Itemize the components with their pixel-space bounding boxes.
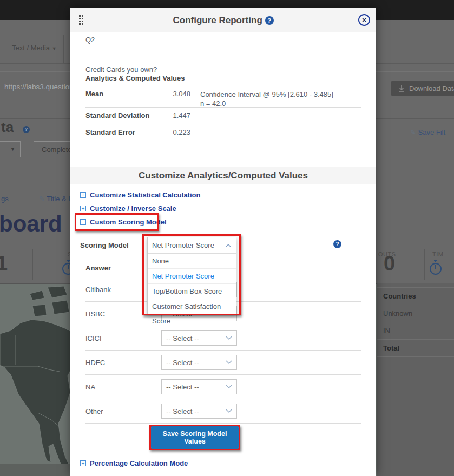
section-percentage-calculation-mode[interactable]: + Percentage Calculation Mode (80, 459, 188, 467)
countries-row: Unknown (377, 305, 454, 322)
question-text: Credit Cards you own? (85, 65, 157, 74)
score-select-hdfc[interactable]: -- Select -- (161, 355, 237, 370)
answer-label: HDFC (85, 359, 161, 367)
dashboard-title: board (0, 211, 62, 237)
time-tile-label: TIM (432, 251, 443, 257)
select-placeholder: -- Select -- (166, 334, 226, 342)
score-select-na[interactable]: -- Select -- (161, 379, 237, 394)
section-label: Percentage Calculation Mode (90, 459, 188, 467)
section-inverse-scale[interactable]: + Customize / Inverse Scale (80, 204, 176, 213)
drag-handle-icon[interactable] (79, 15, 83, 25)
divider (19, 186, 19, 207)
modal-title-text: Configure Reporting (173, 15, 262, 25)
score-select-icici[interactable]: -- Select -- (161, 330, 237, 346)
highlight-save-button: Save Scoring Model Values (149, 425, 240, 450)
countries-total-row: Total (377, 339, 454, 357)
tab-title-logo[interactable]: ✎ Title & L (39, 195, 73, 203)
sample-size: n = 42.0 (200, 99, 333, 108)
analytics-heading: Analytics & Computed Values (85, 74, 185, 82)
table-row: HDFC -- Select -- (85, 350, 361, 374)
chevron-down-icon (226, 409, 232, 413)
table-row: Mean 3.048 Confidence Interval @ 95% [2.… (85, 84, 361, 108)
stat-note: Confidence Interval @ 95% [2.610 - 3.485… (200, 90, 333, 108)
selected-option-text: Net Promoter Score (152, 241, 225, 249)
stopwatch-icon (429, 259, 443, 276)
collapse-icon: − (80, 219, 86, 225)
customize-section-heading: Customize Analytics/Computed Values (70, 167, 376, 184)
chevron-up-icon (225, 243, 232, 248)
text-media-menu[interactable]: Text / Media ▼ (12, 44, 57, 52)
stat-value: 3.048 (167, 90, 190, 98)
section-statistical-calculation[interactable]: + Customize Statistical Calculation (80, 191, 200, 199)
chevron-down-icon (226, 336, 232, 340)
scoring-model-dropdown[interactable]: Net Promoter Score None Net Promoter Sco… (147, 237, 236, 314)
viewed-count-value: 1 (0, 252, 8, 275)
table-row: NA -- Select -- (85, 374, 361, 399)
configure-reporting-modal: Configure Reporting ? × Q2 Credit Cards … (70, 8, 376, 476)
scoring-model-label: Scoring Model (80, 241, 129, 249)
help-icon[interactable]: ? (333, 240, 341, 248)
table-row: ICICI -- Select -- (85, 326, 361, 350)
table-row: Other -- Select -- (85, 399, 361, 423)
stat-label: Standard Deviation (85, 108, 167, 124)
caret-down-icon: ▼ (10, 147, 15, 152)
save-scoring-model-button[interactable]: Save Scoring Model Values (151, 426, 239, 449)
expand-icon: + (80, 192, 86, 198)
divider (70, 474, 376, 474)
map-footer-strip (0, 464, 70, 476)
download-data-label: Download Data (409, 84, 454, 92)
modal-title: Configure Reporting ? (70, 8, 376, 32)
section-label: Customize / Inverse Scale (90, 204, 176, 213)
table-row: Standard Error 0.223 (85, 124, 361, 141)
dropdown-option-net-promoter-score[interactable]: Net Promoter Score (148, 269, 236, 284)
dropdown-option-top-bottom-box-score[interactable]: Top/Bottom Box Score (148, 284, 236, 299)
tab-title-logo-label: Title & L (47, 195, 72, 203)
select-placeholder: -- Select -- (166, 407, 226, 415)
view-dropdown[interactable]: ▼ (0, 141, 21, 157)
pencil-icon: ✎ (39, 195, 45, 203)
dropouts-count-value: 0 (384, 252, 395, 275)
data-page-title: ta (1, 119, 14, 136)
score-select-other[interactable]: -- Select -- (161, 404, 237, 419)
close-icon[interactable]: × (358, 14, 370, 26)
section-label: Custom Scoring Model (90, 218, 167, 226)
stat-value: 0.223 (167, 124, 190, 141)
pencil-icon: ✎ (410, 128, 416, 136)
help-icon[interactable]: ? (265, 16, 274, 25)
caret-down-icon: ▼ (52, 46, 57, 51)
tab-settings[interactable]: gs (1, 195, 9, 203)
divider (424, 249, 425, 280)
confidence-interval: Confidence Interval @ 95% [2.610 - 3.485… (200, 90, 333, 99)
chevron-down-icon (226, 360, 232, 365)
modal-header: Configure Reporting ? × (70, 8, 376, 32)
help-icon[interactable]: ? (23, 126, 30, 133)
section-custom-scoring-model[interactable]: − Custom Scoring Model (80, 218, 167, 226)
dropdown-option-customer-satisfaction-score[interactable]: Customer Satisfaction Score (148, 299, 236, 314)
download-icon (398, 85, 405, 92)
analytics-table: Mean 3.048 Confidence Interval @ 95% [2.… (85, 84, 361, 141)
chevron-down-icon (226, 385, 232, 389)
download-data-button[interactable]: Download Data (391, 81, 454, 96)
select-placeholder: -- Select -- (166, 383, 226, 391)
expand-icon: + (80, 460, 86, 466)
text-media-label: Text / Media (12, 44, 50, 52)
answer-label: Other (85, 407, 161, 415)
save-filter-link[interactable]: ✎ Save Filt (410, 128, 445, 136)
app-screen: Text / Media ▼ https://labs3.questionpr … (0, 0, 454, 476)
stat-label: Standard Error (85, 124, 167, 141)
survey-url-link[interactable]: https://labs3.questionpr (4, 83, 80, 91)
countries-panel: Countries Unknown IN Total (377, 283, 454, 476)
countries-header: Countries (377, 287, 454, 305)
select-placeholder: -- Select -- (166, 359, 226, 367)
scoring-model-selected[interactable]: Net Promoter Score (148, 237, 236, 254)
table-row: Standard Deviation 1.447 (85, 108, 361, 124)
divider (32, 249, 33, 280)
answer-label: NA (85, 383, 161, 391)
dropdown-option-none[interactable]: None (148, 254, 236, 269)
question-code: Q2 (85, 36, 95, 44)
stat-value: 1.447 (167, 108, 190, 124)
countries-row: IN (377, 322, 454, 339)
divider (63, 35, 64, 63)
section-label: Customize Statistical Calculation (90, 191, 200, 199)
stat-label: Mean (85, 90, 167, 98)
